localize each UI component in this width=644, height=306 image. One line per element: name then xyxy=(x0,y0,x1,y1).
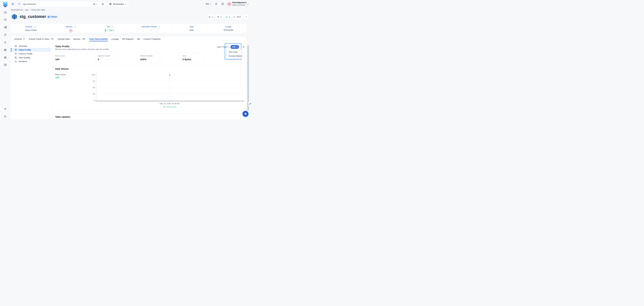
tier-label: Tier xyxy=(106,26,110,28)
menu-item-custom-metric[interactable]: Custom Metric xyxy=(226,54,242,58)
chevron-down-icon xyxy=(125,3,127,5)
stat-card-column-count: Column Count3 xyxy=(95,53,119,63)
upvote-button[interactable]: 1 xyxy=(207,14,214,19)
pencil-icon xyxy=(34,26,36,28)
sidenav-item-column-profile[interactable]: Column Profile xyxy=(11,52,51,56)
chat-bot-button[interactable] xyxy=(242,111,248,117)
tab-activity-feeds[interactable]: Activity Feeds & Tasks29 xyxy=(29,37,54,41)
version-button[interactable]: 19.5 xyxy=(232,14,242,19)
info-usage: Usage 67th pctile xyxy=(210,24,246,33)
owner-avatar[interactable]: T xyxy=(69,29,73,33)
data-volume-title: Data Volume xyxy=(55,68,69,70)
gridline xyxy=(96,94,244,94)
clear-search-icon[interactable] xyxy=(102,3,104,6)
copy-icon[interactable] xyxy=(41,15,44,18)
gridline xyxy=(96,81,244,82)
search-scope-dropdown[interactable]: All xyxy=(93,3,98,5)
tab-dbt[interactable]: dbt xyxy=(137,37,140,41)
global-search-bar[interactable]: All xyxy=(16,1,106,7)
user-info[interactable]: Rounakpreet.d Data Consumer xyxy=(232,2,246,6)
explore-compass-icon[interactable] xyxy=(4,18,7,21)
breadcrumb-database[interactable]: dev xyxy=(25,9,28,11)
follow-button[interactable]: Follow xyxy=(46,15,58,19)
insights-bulb-icon[interactable] xyxy=(4,41,7,44)
thumbs-down-icon xyxy=(217,16,219,18)
domain-value[interactable]: Demo Client xyxy=(11,29,51,31)
home-icon[interactable] xyxy=(4,11,7,14)
sidenav-item-data-quality[interactable]: Data Quality xyxy=(11,56,51,59)
pencil-icon xyxy=(158,26,160,28)
tag-icon xyxy=(106,30,108,31)
domains-globe-icon[interactable] xyxy=(4,48,7,52)
domain-label[interactable]: Domain xyxy=(26,26,32,28)
stat-card-row-count: Row Count100 xyxy=(53,53,76,63)
tab-count-badge: 29 xyxy=(50,38,54,40)
table-profile-icon xyxy=(14,49,17,51)
x-tick-label: May 19, 2025, 05:39 AM xyxy=(154,103,186,105)
ai-sparkle-icon xyxy=(17,2,21,6)
edit-owners-button[interactable] xyxy=(74,26,76,28)
globe-icon xyxy=(109,3,112,5)
usage-value: 67th pctile xyxy=(210,29,246,31)
left-rail xyxy=(0,0,10,119)
tier-badge[interactable]: Tier 1 xyxy=(105,29,115,32)
tab-schema[interactable]: Schema3 xyxy=(14,37,25,41)
tab-er-diagram[interactable]: ER Diagram xyxy=(122,37,134,41)
tab-data-observability[interactable]: Data Observability xyxy=(90,37,108,41)
edit-tier-button[interactable] xyxy=(111,26,114,28)
table-updates-card xyxy=(53,114,246,119)
governance-bank-icon[interactable] xyxy=(4,56,7,59)
profiler-settings-icon[interactable] xyxy=(242,46,245,48)
language-selector[interactable]: EN xyxy=(206,3,211,5)
domains-filter-button[interactable]: All Domains xyxy=(107,1,129,7)
downvote-button[interactable]: 1 xyxy=(216,14,223,19)
user-avatar[interactable]: R xyxy=(227,2,232,7)
info-retention: Retention Period -- xyxy=(130,24,173,33)
data-volume-metric-value: 100 xyxy=(55,76,59,79)
search-input[interactable] xyxy=(21,3,93,5)
tab-custom-properties[interactable]: Custom Properties xyxy=(144,37,161,41)
breadcrumb-schema[interactable]: Demo dbt Jaffle xyxy=(31,9,45,11)
section-subtitle: Monitor and understand your tables struc… xyxy=(55,48,110,51)
sidenav-item-table-profile[interactable]: Table Profile xyxy=(11,48,51,52)
sidenav-item-overview[interactable]: Overview xyxy=(11,44,51,48)
breadcrumb-service[interactable]: RedshiftProd xyxy=(11,9,22,11)
sidebar-toggle-icon[interactable] xyxy=(12,3,14,6)
type-label: Type xyxy=(189,26,194,28)
edge-cursor-widget[interactable] xyxy=(248,101,251,107)
tab-queries[interactable]: Queries180 xyxy=(73,37,86,41)
chevron-down-icon xyxy=(209,3,211,5)
menu-item-test-case[interactable]: Test case xyxy=(226,50,242,54)
observability-icon[interactable] xyxy=(4,33,7,36)
svg-text:?: ? xyxy=(222,3,223,5)
robot-icon xyxy=(244,112,247,116)
edit-domain-button[interactable] xyxy=(34,26,36,28)
logout-icon[interactable] xyxy=(4,115,7,118)
edit-retention-button[interactable] xyxy=(158,26,160,28)
incidents-warning-icon xyxy=(14,60,17,63)
kebab-menu-icon xyxy=(245,16,248,18)
thumbs-up-icon xyxy=(208,16,211,18)
chart-data-point[interactable] xyxy=(169,74,170,76)
table-updates-title: Table Updates xyxy=(55,116,70,118)
tab-lineage[interactable]: Lineage xyxy=(111,37,118,41)
column-profile-icon xyxy=(14,53,17,55)
help-icon[interactable]: ? xyxy=(221,3,224,6)
y-tick-label: 75 xyxy=(86,80,95,82)
y-tick xyxy=(95,101,96,101)
lineage-flow-icon[interactable] xyxy=(4,26,7,29)
chart-legend[interactable]: Row Count xyxy=(146,106,193,108)
settings-gear-icon[interactable] xyxy=(4,107,7,111)
more-options-button[interactable] xyxy=(244,14,249,19)
data-volume-metric-label: Row Count xyxy=(55,73,66,76)
user-menu-chevron-icon[interactable] xyxy=(247,3,249,5)
entity-tabs: Schema3 Activity Feeds & Tasks29 Sample … xyxy=(11,37,246,41)
section-title: Table Profile xyxy=(55,45,70,48)
tasks-button[interactable]: 1 xyxy=(224,14,231,19)
entity-info-band: Domain Demo Client Owners T Tier Tier 1 … xyxy=(11,24,246,33)
sidenav-item-incidents[interactable]: Incidents xyxy=(11,59,51,63)
notifications-bell-icon[interactable] xyxy=(215,3,218,6)
chart-y-axis xyxy=(96,72,96,101)
glossary-book-icon[interactable] xyxy=(4,63,7,67)
tab-sample-data[interactable]: Sample Data xyxy=(58,37,70,41)
